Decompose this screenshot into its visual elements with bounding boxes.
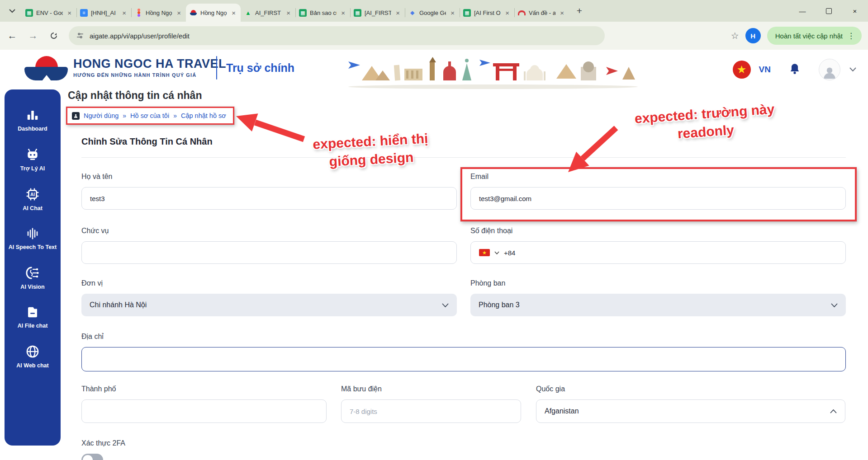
app-header: HONG NGOC HA TRAVEL HƯỚNG ĐẾN NHỮNG HÀNH… — [0, 50, 868, 90]
notifications-button[interactable] — [789, 62, 801, 77]
phone-input[interactable]: ★ +84 — [470, 241, 846, 264]
breadcrumb-separator: » — [123, 112, 126, 119]
minimize-button[interactable]: — — [789, 0, 816, 22]
tab-close-icon[interactable]: × — [504, 9, 511, 17]
browser-profile-avatar[interactable]: H — [745, 28, 761, 43]
browser-tab[interactable]: ≡ [HNH]_AI F × — [76, 4, 131, 22]
postal-code-input[interactable] — [341, 399, 521, 423]
tab-close-icon[interactable]: × — [230, 9, 237, 17]
annotation-design-note: expected: hiển thị giống design — [284, 128, 458, 173]
browser-tab[interactable]: ▦ [AI First O × — [460, 4, 514, 22]
file-icon — [26, 305, 39, 319]
browser-tab[interactable]: ▦ Bản sao củ × — [295, 4, 350, 22]
close-window-button[interactable]: × — [842, 0, 868, 22]
tab-close-icon[interactable]: × — [394, 9, 401, 17]
person-icon — [822, 65, 837, 80]
vietnam-flag-icon: ★ — [479, 249, 490, 256]
hongngocha-favicon — [190, 9, 197, 17]
url-text[interactable]: aigate.app/vi/app/user/profile/edit — [90, 32, 190, 40]
sidebar-item-tro-ly-ai[interactable]: Trợ Lý AI — [8, 147, 57, 172]
new-tab-button[interactable]: + — [572, 3, 587, 19]
reload-icon — [50, 32, 58, 40]
tab-close-icon[interactable]: × — [66, 9, 73, 17]
chevron-down-icon — [831, 303, 838, 307]
forward-button[interactable]: → — [24, 27, 42, 44]
user-badge-icon — [72, 112, 80, 120]
city-input[interactable] — [81, 399, 327, 423]
browser-tab[interactable]: ▦ [AI_FIRST] × — [350, 4, 405, 22]
tab-strip: ▦ ENV - Goo × ≡ [HNH]_AI F × Hồng Ngọ × … — [0, 0, 868, 22]
section-divider — [81, 157, 846, 158]
browser-window: ▦ ENV - Goo × ≡ [HNH]_AI F × Hồng Ngọ × … — [0, 0, 868, 460]
section-title: Chỉnh Sửa Thông Tin Cá Nhân — [81, 136, 213, 147]
twofa-label: Xác thực 2FA — [81, 439, 125, 447]
sidebar-nav: Dashboard Trợ Lý AI AI AI Chat AI Speech… — [5, 89, 61, 446]
globe-icon — [25, 344, 40, 359]
department-select[interactable]: Phòng ban 3 — [470, 294, 846, 316]
vietnam-flag-icon[interactable]: ★ — [733, 61, 751, 79]
breadcrumb-item-my-profile[interactable]: Hồ sơ của tôi — [130, 112, 169, 119]
country-select[interactable]: Afganistan — [536, 399, 845, 423]
brand-name: HONG NGOC HA TRAVEL — [73, 57, 226, 71]
language-label[interactable]: VN — [759, 65, 771, 75]
sidebar-item-ai-speech-to-text[interactable]: AI Speech To Text — [8, 227, 57, 251]
phone-label: Số điện thoại — [470, 227, 512, 235]
postal-code-label: Mã bưu điện — [341, 385, 382, 393]
user-avatar[interactable] — [819, 59, 840, 80]
annotation-box-email — [460, 167, 857, 221]
tab-close-icon[interactable]: × — [449, 9, 456, 17]
sidebar-item-ai-web-chat[interactable]: AI Web chat — [8, 344, 57, 369]
google-sheets-icon: ▦ — [25, 9, 33, 17]
sidebar-item-ai-chat[interactable]: AI AI Chat — [8, 187, 57, 212]
browser-tab-active[interactable]: Hồng Ngọ × — [186, 4, 241, 22]
dashboard-icon — [26, 108, 39, 122]
full-name-input[interactable] — [81, 187, 457, 210]
address-bar[interactable]: aigate.app/vi/app/user/profile/edit — [69, 26, 605, 45]
address-label: Địa chỉ — [81, 333, 104, 341]
branch-name: Trụ sở chính — [226, 61, 294, 75]
breadcrumb-item-users[interactable]: Người dùng — [84, 112, 119, 119]
tab-close-icon[interactable]: × — [121, 9, 128, 17]
country-label: Quốc gia — [536, 385, 565, 393]
waveform-icon — [25, 227, 40, 240]
chevron-down-icon[interactable] — [849, 67, 856, 72]
browser-toolbar: ← → aigate.app/vi/app/user/profile/edit … — [0, 22, 868, 50]
breadcrumb-item-update-profile[interactable]: Cập nhật hồ sơ — [181, 112, 226, 119]
twofa-toggle[interactable] — [81, 454, 103, 460]
browser-tab[interactable]: ▦ ENV - Goo × — [22, 4, 76, 22]
google-sheets-icon: ▦ — [299, 9, 307, 17]
robot-icon — [25, 147, 40, 162]
tab-close-icon[interactable]: × — [175, 9, 182, 17]
browser-tab[interactable]: ◆ Google Ge × — [405, 4, 460, 22]
tab-close-icon[interactable]: × — [285, 9, 292, 17]
tab-search-button[interactable] — [5, 3, 20, 19]
svg-text:AI: AI — [30, 192, 35, 197]
bookmark-star-icon[interactable]: ☆ — [731, 30, 739, 41]
unit-select[interactable]: Chi nhánh Hà Nội — [81, 294, 457, 316]
dial-code: +84 — [504, 249, 515, 257]
chevron-down-icon[interactable] — [494, 251, 499, 254]
browser-tab[interactable]: ▲ AI_FIRST - × — [241, 4, 295, 22]
sidebar-item-ai-file-chat[interactable]: AI File chat — [8, 305, 57, 329]
gemini-icon: ◆ — [408, 9, 416, 17]
more-menu-icon[interactable]: ⋮ — [847, 31, 855, 41]
browser-tab[interactable]: Vấn đề - a × — [514, 4, 569, 22]
back-button[interactable]: ← — [4, 27, 21, 44]
browser-tab[interactable]: Hồng Ngọ × — [131, 4, 186, 22]
reload-button[interactable] — [45, 27, 62, 44]
ai-chip-icon: AI — [25, 187, 40, 202]
chevron-up-icon — [830, 409, 837, 413]
sidebar-item-ai-vision[interactable]: AI Vision — [8, 266, 57, 291]
position-label: Chức vụ — [81, 227, 109, 235]
landmarks-banner-image — [344, 53, 642, 89]
finish-update-button[interactable]: Hoàn tất việc cập nhật ⋮ — [767, 27, 862, 45]
tab-close-icon[interactable]: × — [559, 9, 565, 17]
address-input[interactable] — [81, 347, 846, 371]
site-settings-icon[interactable] — [76, 32, 84, 40]
hongngocha-logo[interactable] — [24, 53, 69, 85]
sidebar-item-dashboard[interactable]: Dashboard — [8, 108, 57, 132]
header-divider — [216, 56, 217, 80]
tab-close-icon[interactable]: × — [340, 9, 346, 17]
position-input[interactable] — [81, 241, 457, 264]
maximize-button[interactable] — [816, 0, 842, 22]
